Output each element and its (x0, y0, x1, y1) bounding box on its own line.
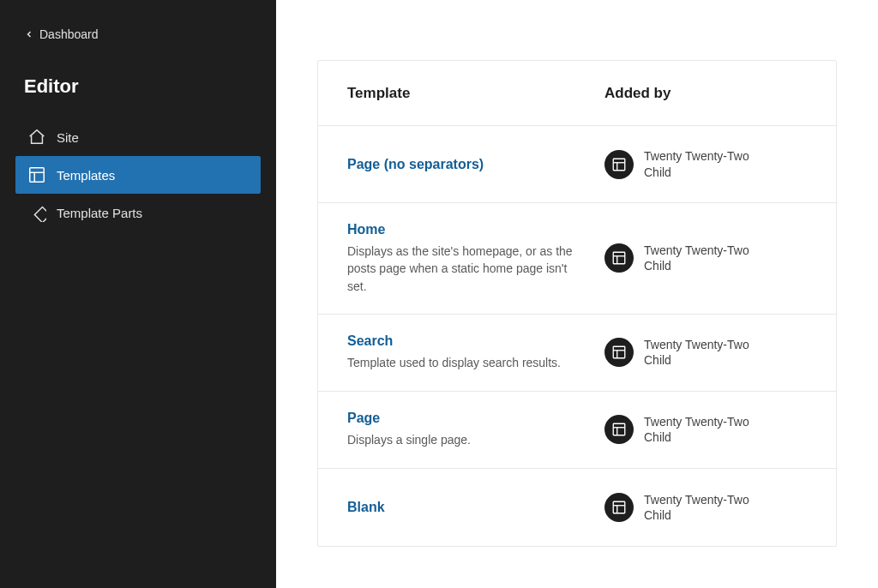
theme-avatar (604, 243, 634, 273)
svg-rect-0 (30, 168, 45, 183)
layout-icon (611, 345, 627, 360)
layout-icon (611, 250, 627, 266)
sidebar-nav: Site Templates Template Parts (0, 118, 276, 231)
svg-rect-4 (613, 159, 625, 171)
theme-avatar (604, 338, 634, 367)
nav-label: Templates (57, 168, 115, 183)
svg-rect-13 (613, 424, 625, 436)
theme-name: Twenty Twenty-Two Child (644, 492, 755, 523)
table-row: Page (no separators) Twenty Twenty-Two C… (318, 126, 836, 203)
layout-icon (27, 165, 46, 184)
nav-label: Site (57, 130, 79, 145)
templates-table: Template Added by Page (no separators) T… (317, 60, 837, 547)
diamond-icon (27, 203, 46, 222)
main-content: Template Added by Page (no separators) T… (276, 0, 878, 588)
svg-rect-7 (613, 253, 625, 265)
theme-name: Twenty Twenty-Two Child (644, 243, 755, 273)
table-row: Page Displays a single page. Twenty Twen… (318, 392, 836, 469)
template-description: Displays as the site's homepage, or as t… (347, 243, 575, 295)
template-link[interactable]: Page (no separators) (347, 157, 484, 171)
theme-avatar (604, 150, 634, 179)
col-header-template: Template (318, 66, 604, 121)
svg-rect-10 (613, 347, 625, 359)
theme-name: Twenty Twenty-Two Child (644, 337, 755, 368)
layout-icon (611, 422, 627, 437)
layout-icon (611, 157, 627, 172)
svg-rect-16 (613, 501, 625, 513)
theme-name: Twenty Twenty-Two Child (644, 148, 755, 179)
sidebar: Dashboard Editor Site Templates Template… (0, 0, 276, 588)
theme-name: Twenty Twenty-Two Child (644, 414, 755, 445)
nav-item-templates[interactable]: Templates (15, 156, 261, 194)
nav-label: Template Parts (57, 206, 142, 220)
template-link[interactable]: Home (347, 222, 385, 237)
template-link[interactable]: Blank (347, 500, 385, 514)
home-icon (27, 128, 46, 147)
chevron-left-icon (24, 29, 34, 39)
template-description: Template used to display search results. (347, 354, 575, 371)
table-header-row: Template Added by (318, 61, 836, 126)
table-row: Search Template used to display search r… (318, 315, 836, 392)
col-header-addedby: Added by (604, 66, 836, 121)
template-link[interactable]: Search (347, 333, 393, 348)
back-to-dashboard[interactable]: Dashboard (0, 21, 276, 55)
theme-avatar (604, 415, 634, 444)
back-label: Dashboard (39, 27, 99, 41)
page-title: Editor (0, 55, 276, 118)
nav-item-template-parts[interactable]: Template Parts (15, 194, 261, 231)
layout-icon (611, 500, 627, 515)
nav-item-site[interactable]: Site (15, 118, 261, 156)
svg-rect-3 (34, 207, 46, 222)
template-link[interactable]: Page (347, 411, 380, 425)
template-description: Displays a single page. (347, 431, 575, 448)
table-row: Home Displays as the site's homepage, or… (318, 203, 836, 315)
table-row: Blank Twenty Twenty-Two Child (318, 469, 836, 546)
theme-avatar (604, 493, 634, 522)
